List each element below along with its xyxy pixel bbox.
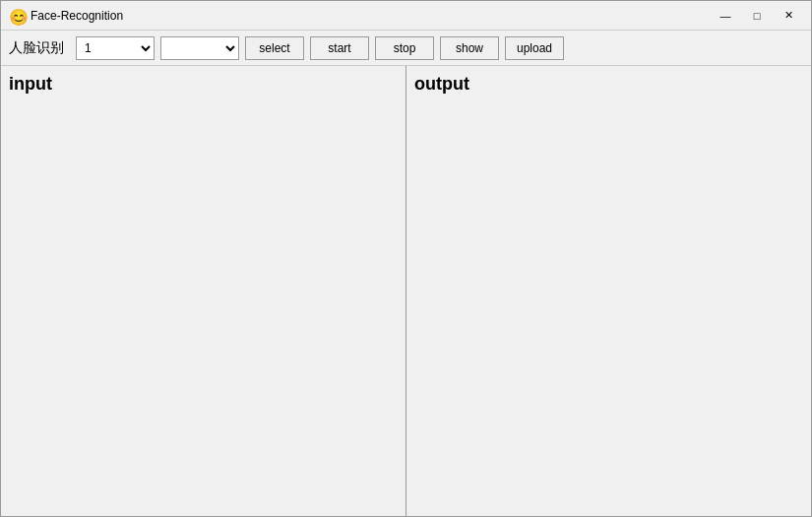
toolbar: 人脸识别 1 2 3 select start stop show upload <box>1 31 811 66</box>
upload-button[interactable]: upload <box>505 36 564 60</box>
dropdown2[interactable] <box>160 36 239 60</box>
title-bar-buttons: — □ ✕ <box>711 5 803 27</box>
show-button[interactable]: show <box>440 36 499 60</box>
content-area: input output <box>1 66 811 516</box>
main-window: 😊 Face-Recognition — □ ✕ 人脸识别 1 2 3 sele… <box>0 0 812 517</box>
minimize-button[interactable]: — <box>711 5 740 27</box>
dropdown1[interactable]: 1 2 3 <box>76 36 155 60</box>
stop-button[interactable]: stop <box>375 36 434 60</box>
output-panel: output <box>406 66 811 516</box>
window-title: Face-Recognition <box>31 9 123 23</box>
app-icon: 😊 <box>9 8 25 24</box>
title-bar: 😊 Face-Recognition — □ ✕ <box>1 1 811 31</box>
close-button[interactable]: ✕ <box>774 5 803 27</box>
input-panel: input <box>1 66 406 516</box>
select-button[interactable]: select <box>245 36 304 60</box>
title-bar-left: 😊 Face-Recognition <box>9 8 123 24</box>
output-panel-label: output <box>414 74 469 94</box>
input-panel-label: input <box>9 74 52 94</box>
start-button[interactable]: start <box>310 36 369 60</box>
toolbar-label: 人脸识别 <box>9 39 64 57</box>
maximize-button[interactable]: □ <box>742 5 772 27</box>
